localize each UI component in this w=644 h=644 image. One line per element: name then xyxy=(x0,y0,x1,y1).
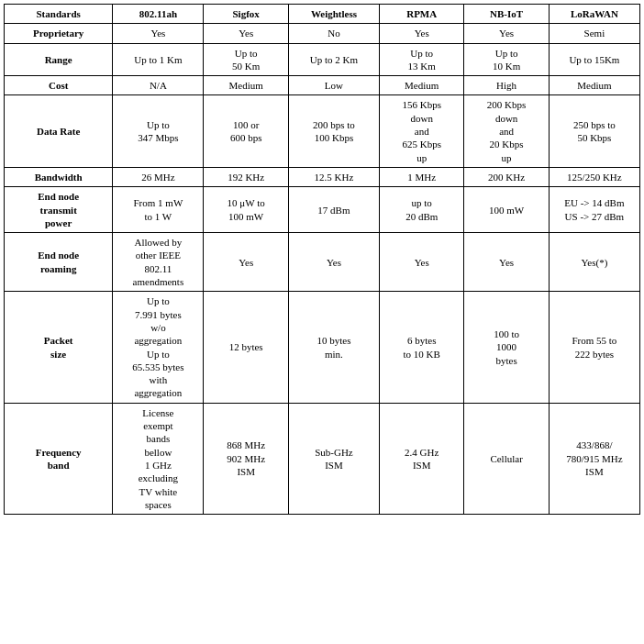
comparison-table: Standards802.11ahSigfoxWeightlessRPMANB-… xyxy=(4,4,640,515)
cell-r3-c4: 200 Kbps down and 20 Kbps up xyxy=(464,95,549,167)
column-header-80211ah: 802.11ah xyxy=(113,5,204,24)
column-standards-header: Standards xyxy=(5,5,113,24)
cell-r7-c2: 10 bytes min. xyxy=(288,292,379,403)
cell-r2-c5: Medium xyxy=(549,76,639,95)
cell-r1-c0: Up to 1 Km xyxy=(113,43,204,76)
cell-r3-c1: 100 or 600 bps xyxy=(204,95,288,167)
cell-r5-c4: 100 mW xyxy=(464,187,549,233)
table-row: Frequency bandLicense exempt bands bello… xyxy=(5,403,640,514)
cell-r4-c5: 125/250 KHz xyxy=(549,167,639,186)
cell-r2-c3: Medium xyxy=(380,76,464,95)
cell-r4-c4: 200 KHz xyxy=(464,167,549,186)
cell-r1-c2: Up to 2 Km xyxy=(288,43,379,76)
cell-r7-c0: Up to 7.991 bytes w/o aggregation Up to … xyxy=(113,292,204,403)
cell-r4-c3: 1 MHz xyxy=(380,167,464,186)
cell-r6-c1: Yes xyxy=(204,233,288,292)
cell-r1-c5: Up to 15Km xyxy=(549,43,639,76)
column-header-LoRaWAN: LoRaWAN xyxy=(549,5,639,24)
cell-r8-c4: Cellular xyxy=(464,403,549,514)
cell-r0-c5: Semi xyxy=(549,24,639,43)
cell-r7-c5: From 55 to 222 bytes xyxy=(549,292,639,403)
cell-r5-c2: 17 dBm xyxy=(288,187,379,233)
row-header-8: Frequency band xyxy=(5,403,113,514)
cell-r5-c5: EU -> 14 dBm US -> 27 dBm xyxy=(549,187,639,233)
column-header-RPMA: RPMA xyxy=(380,5,464,24)
row-header-0: Proprietary xyxy=(5,24,113,43)
table-row: RangeUp to 1 KmUp to 50 KmUp to 2 KmUp t… xyxy=(5,43,640,76)
row-header-3: Data Rate xyxy=(5,95,113,167)
cell-r2-c1: Medium xyxy=(204,76,288,95)
cell-r7-c3: 6 bytes to 10 KB xyxy=(380,292,464,403)
cell-r0-c3: Yes xyxy=(380,24,464,43)
row-header-5: End node transmit power xyxy=(5,187,113,233)
row-header-2: Cost xyxy=(5,76,113,95)
table-row: CostN/AMediumLowMediumHighMedium xyxy=(5,76,640,95)
column-header-Sigfox: Sigfox xyxy=(204,5,288,24)
column-header-Weightless: Weightless xyxy=(288,5,379,24)
cell-r0-c2: No xyxy=(288,24,379,43)
row-header-7: Packet size xyxy=(5,292,113,403)
table-row: Data RateUp to 347 Mbps100 or 600 bps200… xyxy=(5,95,640,167)
row-header-6: End node roaming xyxy=(5,233,113,292)
cell-r3-c0: Up to 347 Mbps xyxy=(113,95,204,167)
cell-r4-c2: 12.5 KHz xyxy=(288,167,379,186)
cell-r0-c1: Yes xyxy=(204,24,288,43)
cell-r6-c0: Allowed by other IEEE 802.11 amendments xyxy=(113,233,204,292)
cell-r1-c1: Up to 50 Km xyxy=(204,43,288,76)
cell-r7-c4: 100 to 1000 bytes xyxy=(464,292,549,403)
cell-r8-c5: 433/868/ 780/915 MHz ISM xyxy=(549,403,639,514)
cell-r6-c5: Yes(*) xyxy=(549,233,639,292)
cell-r2-c2: Low xyxy=(288,76,379,95)
table-row: End node roamingAllowed by other IEEE 80… xyxy=(5,233,640,292)
cell-r6-c3: Yes xyxy=(380,233,464,292)
cell-r1-c3: Up to 13 Km xyxy=(380,43,464,76)
cell-r3-c5: 250 bps to 50 Kbps xyxy=(549,95,639,167)
row-header-1: Range xyxy=(5,43,113,76)
cell-r4-c0: 26 MHz xyxy=(113,167,204,186)
cell-r6-c2: Yes xyxy=(288,233,379,292)
cell-r0-c4: Yes xyxy=(464,24,549,43)
cell-r5-c0: From 1 mW to 1 W xyxy=(113,187,204,233)
cell-r4-c1: 192 KHz xyxy=(204,167,288,186)
table-row: Bandwidth26 MHz192 KHz12.5 KHz1 MHz200 K… xyxy=(5,167,640,186)
cell-r2-c4: High xyxy=(464,76,549,95)
table-row: End node transmit powerFrom 1 mW to 1 W1… xyxy=(5,187,640,233)
table-row: Packet sizeUp to 7.991 bytes w/o aggrega… xyxy=(5,292,640,403)
cell-r7-c1: 12 bytes xyxy=(204,292,288,403)
cell-r3-c2: 200 bps to 100 Kbps xyxy=(288,95,379,167)
cell-r3-c3: 156 Kbps down and 625 Kbps up xyxy=(380,95,464,167)
cell-r1-c4: Up to 10 Km xyxy=(464,43,549,76)
cell-r5-c3: up to 20 dBm xyxy=(380,187,464,233)
column-header-NB-IoT: NB-IoT xyxy=(464,5,549,24)
cell-r2-c0: N/A xyxy=(113,76,204,95)
cell-r8-c0: License exempt bands bellow 1 GHz exclud… xyxy=(113,403,204,514)
cell-r8-c1: 868 MHz 902 MHz ISM xyxy=(204,403,288,514)
cell-r8-c2: Sub-GHz ISM xyxy=(288,403,379,514)
cell-r5-c1: 10 μW to 100 mW xyxy=(204,187,288,233)
row-header-4: Bandwidth xyxy=(5,167,113,186)
cell-r0-c0: Yes xyxy=(113,24,204,43)
table-row: ProprietaryYesYesNoYesYesSemi xyxy=(5,24,640,43)
cell-r8-c3: 2.4 GHz ISM xyxy=(380,403,464,514)
cell-r6-c4: Yes xyxy=(464,233,549,292)
